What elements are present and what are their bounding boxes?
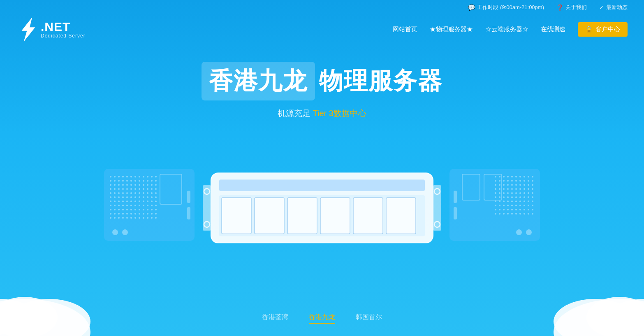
cloud-right-svg xyxy=(521,258,644,336)
cloud-left-svg xyxy=(0,258,123,336)
logo-lightning-icon xyxy=(16,16,39,43)
about-us-text: 关于我们 xyxy=(565,4,587,11)
cloud-right xyxy=(521,258,644,336)
tab-hong-kong-kowloon[interactable]: 香港九龙 xyxy=(309,313,335,324)
check-icon: ✓ xyxy=(599,4,604,11)
question-icon: ❓ xyxy=(556,4,563,11)
hero-subtitle-highlight: Tier 3数据中心 xyxy=(313,109,366,118)
tab-hong-kong-tsuen-wan[interactable]: 香港荃湾 xyxy=(262,313,288,324)
lock-icon: 🔒 xyxy=(585,26,593,33)
svg-rect-5 xyxy=(222,198,251,234)
main-nav: 网站首页 ★物理服务器★ ☆云端服务器☆ 在线测速 🔒 客户中心 xyxy=(393,22,628,37)
working-hours: 💬 工作时段 (9:00am-21:00pm) xyxy=(468,4,544,11)
svg-rect-1 xyxy=(109,175,158,220)
logo[interactable]: .NET Dedicated Server xyxy=(16,16,86,43)
client-center-button[interactable]: 🔒 客户中心 xyxy=(578,22,628,37)
working-hours-text: 工作时段 (9:00am-21:00pm) xyxy=(477,4,544,11)
left-panel-dotgrid xyxy=(109,175,158,220)
nav-home[interactable]: 网站首页 xyxy=(393,26,417,33)
logo-net-text: .NET xyxy=(41,20,86,33)
server-rack-svg xyxy=(199,165,445,251)
hero-title-main: 物理服务器 xyxy=(319,65,442,97)
nav-cloud[interactable]: ☆云端服务器☆ xyxy=(485,26,528,33)
chat-icon: 💬 xyxy=(468,4,475,11)
top-bar: 💬 工作时段 (9:00am-21:00pm) ❓ 关于我们 ✓ 最新动态 xyxy=(0,0,644,15)
server-main xyxy=(199,165,445,253)
about-us[interactable]: ❓ 关于我们 xyxy=(556,4,587,11)
hero-subtitle: 机源充足 Tier 3数据中心 xyxy=(278,108,366,119)
logo-subtitle-text: Dedicated Server xyxy=(41,33,86,39)
svg-rect-10 xyxy=(386,198,416,234)
svg-rect-6 xyxy=(255,198,284,234)
tab-korea-seoul[interactable]: 韩国首尔 xyxy=(356,313,382,324)
hero-section: 香港九龙 物理服务器 机源充足 Tier 3数据中心 xyxy=(0,62,644,119)
page-wrapper: 💬 工作时段 (9:00am-21:00pm) ❓ 关于我们 ✓ 最新动态 .N… xyxy=(0,0,644,336)
svg-rect-9 xyxy=(353,198,383,234)
nav-physical[interactable]: ★物理服务器★ xyxy=(430,26,473,33)
svg-rect-7 xyxy=(287,198,317,234)
server-illustration xyxy=(137,165,507,253)
svg-rect-3 xyxy=(219,180,425,191)
hero-subtitle-static: 机源充足 xyxy=(278,109,310,118)
hero-title: 香港九龙 物理服务器 xyxy=(202,62,442,100)
cloud-left xyxy=(0,258,123,336)
header: .NET Dedicated Server 网站首页 ★物理服务器★ ☆云端服务… xyxy=(0,15,644,44)
hero-title-highlight: 香港九龙 xyxy=(202,62,315,100)
location-tabs: 香港荃湾 香港九龙 韩国首尔 xyxy=(262,313,382,324)
logo-text: .NET Dedicated Server xyxy=(41,20,86,39)
latest-news-text: 最新动态 xyxy=(606,4,628,11)
nav-speedtest[interactable]: 在线测速 xyxy=(541,26,565,33)
latest-news[interactable]: ✓ 最新动态 xyxy=(599,4,628,11)
svg-rect-8 xyxy=(320,198,350,234)
